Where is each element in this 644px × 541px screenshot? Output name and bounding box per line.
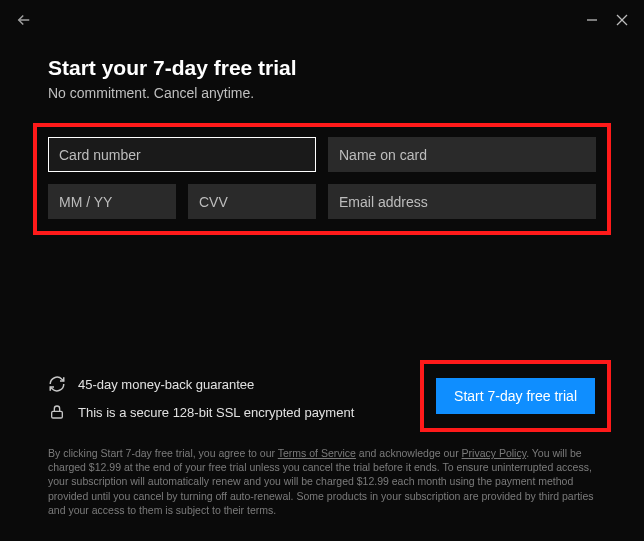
- legal-pre: By clicking Start 7-day free trial, you …: [48, 447, 278, 459]
- email-input[interactable]: [328, 184, 596, 219]
- svg-rect-3: [52, 411, 63, 418]
- back-button[interactable]: [14, 10, 34, 30]
- secure-row: This is a secure 128-bit SSL encrypted p…: [48, 403, 354, 421]
- page-title: Start your 7-day free trial: [48, 56, 596, 80]
- secure-text: This is a secure 128-bit SSL encrypted p…: [78, 405, 354, 420]
- cvv-input[interactable]: [188, 184, 316, 219]
- window-controls: [584, 12, 630, 28]
- page-subtitle: No commitment. Cancel anytime.: [48, 85, 596, 101]
- minimize-button[interactable]: [584, 12, 600, 28]
- money-back-row: 45-day money-back guarantee: [48, 375, 354, 393]
- close-button[interactable]: [614, 12, 630, 28]
- name-on-card-input[interactable]: [328, 137, 596, 172]
- money-back-text: 45-day money-back guarantee: [78, 377, 254, 392]
- close-icon: [616, 14, 628, 26]
- legal-mid1: and acknowledge our: [356, 447, 462, 459]
- titlebar: [0, 0, 644, 34]
- cta-highlight: Start 7-day free trial: [420, 360, 611, 432]
- legal-text: By clicking Start 7-day free trial, you …: [48, 446, 596, 517]
- terms-of-service-link[interactable]: Terms of Service: [278, 447, 356, 459]
- start-trial-button[interactable]: Start 7-day free trial: [436, 378, 595, 414]
- refresh-icon: [48, 375, 66, 393]
- bottom-area: 45-day money-back guarantee This is a se…: [48, 364, 611, 432]
- main-content: Start your 7-day free trial No commitmen…: [0, 34, 644, 235]
- card-number-input[interactable]: [48, 137, 316, 172]
- arrow-left-icon: [15, 11, 33, 29]
- privacy-policy-link[interactable]: Privacy Policy: [462, 447, 527, 459]
- assurance-block: 45-day money-back guarantee This is a se…: [48, 375, 354, 421]
- expiry-input[interactable]: [48, 184, 176, 219]
- payment-form: [48, 137, 596, 219]
- lock-icon: [48, 403, 66, 421]
- minimize-icon: [586, 14, 598, 26]
- payment-form-highlight: [33, 123, 611, 235]
